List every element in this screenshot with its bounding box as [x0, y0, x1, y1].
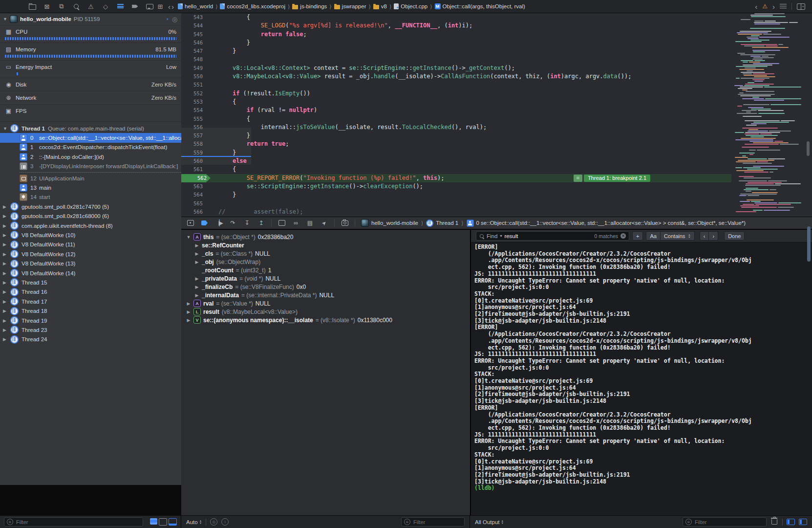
clear-console-icon[interactable] — [771, 519, 777, 525]
equals-badge[interactable]: = — [574, 175, 582, 182]
report-navigator-icon[interactable] — [146, 2, 153, 10]
console-pane[interactable]: Find ▾ result 0 matches ✕ + Aa Contains … — [470, 230, 812, 515]
thread-row[interactable]: ▶gputools.smt_poll.0x281c74700 (5) — [0, 202, 181, 211]
disclosure-icon[interactable]: ▶ — [3, 337, 7, 342]
disclosure-icon[interactable]: ▶ — [3, 223, 7, 228]
line-number[interactable]: 561 — [181, 165, 203, 174]
code-line[interactable]: 547 } — [181, 47, 731, 55]
thread-row[interactable]: ▶Thread 18 — [0, 306, 181, 315]
stack-frame[interactable]: 2::-[MainLoop doCaller:](id) — [0, 152, 181, 161]
show-variables-view-icon[interactable] — [787, 519, 795, 525]
disclosure-icon[interactable]: ▶ — [194, 276, 199, 281]
disclosure-icon[interactable]: ▶ — [186, 301, 191, 306]
code-line[interactable]: 555 { — [181, 115, 731, 123]
disclosure-icon[interactable]: ▼ — [3, 17, 7, 22]
disclosure-icon[interactable]: ▼ — [3, 126, 7, 131]
line-number[interactable]: 563 — [181, 182, 203, 191]
code-line[interactable]: 550 v8::MaybeLocal<v8::Value> result = _… — [181, 72, 731, 81]
debug-breadcrumb-item[interactable]: hello_world-mobile — [371, 220, 418, 226]
step-out-icon[interactable]: ↥ — [257, 219, 265, 227]
disclosure-icon[interactable]: ▶ — [3, 252, 7, 257]
stack-frame[interactable]: 13main — [0, 183, 181, 192]
disclosure-icon[interactable]: ▶ — [3, 204, 7, 209]
thread-row[interactable]: ▶V8 DefaultWorke (13) — [0, 259, 181, 268]
stack-frame[interactable]: 12UIApplicationMain — [0, 174, 181, 183]
stack-frame[interactable]: 0se::Object::call(std::__1::vector<se::V… — [0, 133, 181, 142]
code-line[interactable]: 554 if (rval != nullptr) — [181, 106, 731, 114]
disclosure-icon[interactable]: ▶ — [194, 243, 199, 248]
code-line[interactable]: 546 } — [181, 39, 731, 47]
project-navigator-icon[interactable] — [28, 2, 36, 10]
breadcrumb-item[interactable]: v8 — [373, 3, 387, 9]
disclosure-icon[interactable]: ▶ — [3, 299, 7, 304]
code-line[interactable]: 560 else — [181, 157, 731, 165]
gauge-energy[interactable]: ▭Energy ImpactLow — [0, 60, 181, 78]
process-row[interactable]: ▼ hello_world-mobile PID 51159 ◔ ◎ — [0, 13, 181, 25]
variable-row[interactable]: ▼Athis= (se::Object *)0x28386ba20 — [181, 233, 470, 241]
sidebar-filter-field[interactable]: ⊜ — [4, 517, 143, 527]
disclosure-icon[interactable]: ▶ — [3, 214, 7, 219]
variable-row[interactable]: ▶Lresult(v8::MaybeLocal<v8::Value>) — [181, 308, 470, 316]
add-editor-icon[interactable]: + — [797, 3, 805, 10]
find-previous-button[interactable]: ‹ — [700, 231, 709, 241]
line-number[interactable]: 547 — [181, 47, 203, 55]
variable-row[interactable]: ▶Arval= (se::Value *)NULL — [181, 299, 470, 308]
code-line[interactable]: 563 se::ScriptEngine::getInstance()->cle… — [181, 182, 731, 191]
line-number[interactable]: 566 — [181, 208, 203, 216]
step-into-icon[interactable]: ↧ — [243, 219, 251, 227]
gauge-disk[interactable]: ◉DiskZero KB/s — [0, 78, 181, 91]
next-issue-button[interactable]: › — [772, 2, 775, 11]
clear-search-icon[interactable]: ✕ — [620, 233, 626, 239]
variables-filter-input[interactable] — [412, 519, 462, 526]
disclosure-icon[interactable]: ▶ — [3, 289, 7, 294]
add-pattern-button[interactable]: + — [632, 231, 643, 241]
back-button[interactable]: ‹ — [168, 2, 171, 11]
contains-dropdown[interactable]: Contains ▲▼ — [661, 231, 695, 241]
done-button[interactable]: Done — [724, 231, 745, 241]
thread-row[interactable]: ▶V8 DefaultWorke (12) — [0, 249, 181, 259]
debug-breadcrumb-item[interactable]: Thread 1 — [436, 220, 458, 226]
info-icon[interactable]: i — [221, 518, 229, 526]
editor-options-icon[interactable] — [780, 4, 787, 9]
variable-row[interactable]: ▶_internalData= (se::internal::PrivateDa… — [181, 291, 470, 299]
variable-row[interactable]: ▶_cls= (se::Class *)NULL — [181, 249, 470, 258]
continue-icon[interactable]: ▕▶ — [214, 219, 223, 227]
memory-graph-icon[interactable]: ∞ — [292, 219, 300, 227]
minimap-viewport[interactable] — [181, 128, 251, 165]
line-number[interactable]: 555 — [181, 115, 203, 123]
line-number[interactable]: 562 — [181, 174, 211, 182]
variables-scope-dropdown[interactable]: Auto ▲▼ — [186, 519, 202, 525]
frames-with-symbols-icon[interactable] — [150, 518, 157, 525]
breakpoint-navigator-icon[interactable] — [131, 2, 139, 10]
step-over-icon[interactable]: ↷ — [229, 219, 237, 227]
line-number[interactable]: 548 — [181, 55, 203, 64]
line-number[interactable]: 554 — [181, 106, 203, 114]
breakpoints-toggle-icon[interactable] — [201, 220, 208, 225]
stack-frame[interactable]: 3-[DYDisplayLinkInterposer forwardDispla… — [0, 162, 181, 171]
source-editor[interactable]: 543 {544 SE_LOGD("%s argv[%d] is release… — [181, 13, 812, 217]
variable-row[interactable]: ▶se::RefCounter — [181, 241, 470, 249]
disclosure-icon[interactable]: ▶ — [186, 309, 191, 314]
console-filter-input[interactable] — [694, 519, 764, 526]
issue-navigator-icon[interactable]: ⚠ — [87, 2, 95, 10]
chevron-down-icon[interactable]: ▾ — [500, 234, 502, 238]
breadcrumb-item[interactable]: MObject::call(args, thisObject, rval) — [435, 3, 525, 9]
forward-button[interactable]: › — [171, 2, 174, 11]
hide-debug-area-icon[interactable]: ▾ — [187, 220, 194, 226]
show-console-icon[interactable] — [799, 519, 807, 525]
sidebar-filter-input[interactable] — [15, 519, 140, 526]
stack-frame[interactable]: ✱14start — [0, 193, 181, 202]
gauge-cpu[interactable]: ▦CPU0% — [0, 25, 181, 43]
code-line[interactable]: 552 if (!result.IsEmpty()) — [181, 89, 731, 98]
code-line[interactable]: 565 — [181, 199, 731, 208]
thread-row[interactable]: ▶V8 DefaultWorke (10) — [0, 230, 181, 240]
source-control-navigator-icon[interactable]: ⊠ — [43, 2, 51, 10]
thread-row[interactable]: ▶Thread 24 — [0, 335, 181, 344]
gauge-fps[interactable]: ▣FPS — [0, 104, 181, 117]
thread-row[interactable]: ▶Thread 19 — [0, 316, 181, 325]
disclosure-icon[interactable]: ▶ — [3, 318, 7, 323]
breadcrumb-item[interactable]: jswrapper — [334, 3, 366, 9]
thread-row[interactable]: ▶com.apple.uikit.eventfetch-thread (8) — [0, 221, 181, 230]
console-filter-field[interactable]: ⊜ — [683, 517, 767, 527]
disclosure-icon[interactable]: ▶ — [194, 260, 199, 264]
